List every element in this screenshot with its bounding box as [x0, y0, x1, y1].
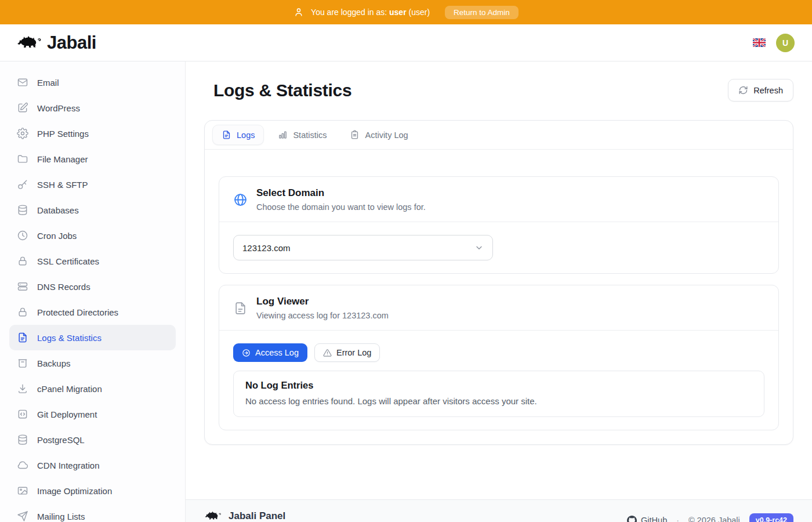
login-username: user: [389, 8, 407, 17]
download-icon: [17, 383, 28, 394]
sidebar-item-label: Databases: [37, 205, 79, 215]
sidebar-item-label: SSL Certificates: [37, 256, 99, 266]
archive-icon: [17, 357, 28, 369]
edit-icon: [17, 102, 28, 114]
login-message: You are logged in as: user (user): [311, 8, 430, 17]
select-domain-title: Select Domain: [256, 187, 426, 199]
tab-bar: Logs Statistics Activity Log: [205, 121, 793, 150]
tab-activity-log[interactable]: Activity Log: [340, 125, 417, 145]
log-viewer-card: Log Viewer Viewing access log for 123123…: [219, 285, 779, 430]
file-text-icon: [17, 332, 28, 343]
warning-triangle-icon: [323, 349, 332, 357]
sidebar-item-label: Image Optimization: [37, 486, 112, 496]
footer-separator: ·: [676, 516, 679, 522]
folder-icon: [17, 153, 28, 165]
arrow-right-circle-icon: [242, 349, 251, 357]
sidebar-item-logs-statistics[interactable]: Logs & Statistics: [9, 325, 176, 350]
server-icon: [17, 281, 28, 292]
log-viewer-title: Log Viewer: [256, 296, 389, 307]
empty-log-message: No access log entries found. Logs will a…: [245, 396, 752, 406]
sidebar-item-label: Backups: [37, 358, 71, 368]
sidebar-item-ssh-sftp[interactable]: SSH & SFTP: [9, 172, 176, 197]
key-icon: [17, 179, 28, 190]
refresh-icon: [738, 85, 748, 95]
brand-name: Jabali: [47, 32, 96, 53]
tab-logs[interactable]: Logs: [212, 125, 264, 145]
page-title: Logs & Statistics: [213, 81, 351, 100]
main-content: Logs & Statistics Refresh Logs: [186, 61, 812, 522]
file-text-icon: [222, 130, 231, 140]
sidebar-item-cpanel-migration[interactable]: cPanel Migration: [9, 376, 176, 401]
send-icon: [17, 510, 28, 522]
version-badge: v0.9-rc42: [749, 513, 793, 522]
database-icon: [17, 434, 28, 445]
sidebar-item-git-deployment[interactable]: Git Deployment: [9, 401, 176, 427]
sidebar-item-file-manager[interactable]: File Manager: [9, 146, 176, 172]
brand-logo[interactable]: Jabali: [16, 32, 96, 53]
sidebar-item-wordpress[interactable]: WordPress: [9, 95, 176, 121]
boar-logo-icon: [16, 33, 42, 53]
sidebar-item-label: PostgreSQL: [37, 435, 85, 445]
refresh-button[interactable]: Refresh: [728, 79, 793, 102]
sidebar-item-protected-directories[interactable]: Protected Directories: [9, 299, 176, 325]
uk-flag-icon[interactable]: [753, 38, 766, 47]
file-text-icon: [233, 301, 248, 316]
log-viewer-description: Viewing access log for 123123.com: [256, 311, 389, 320]
footer-copyright: © 2026 Jabali: [688, 516, 740, 522]
empty-log-notice: No Log Entries No access log entries fou…: [233, 371, 764, 417]
tab-statistics[interactable]: Statistics: [269, 125, 336, 145]
bar-chart-icon: [278, 130, 288, 140]
github-link[interactable]: GitHub: [627, 516, 667, 522]
error-log-button[interactable]: Error Log: [314, 343, 380, 362]
sidebar-item-image-optimization[interactable]: Image Optimization: [9, 478, 176, 503]
code-icon: [17, 408, 28, 420]
sidebar-item-cdn-integration[interactable]: CDN Integration: [9, 452, 176, 478]
app-header: Jabali U: [0, 24, 812, 61]
github-icon: [627, 516, 637, 522]
sidebar-nav: Email WordPress PHP Settings File Manage…: [0, 61, 186, 522]
chevron-down-icon: [474, 243, 484, 252]
boar-logo-icon: [204, 510, 222, 522]
sidebar-item-email[interactable]: Email: [9, 70, 176, 95]
domain-select[interactable]: 123123.com: [233, 235, 493, 260]
sidebar-item-label: Protected Directories: [37, 307, 118, 317]
sidebar-item-backups[interactable]: Backups: [9, 350, 176, 376]
user-avatar[interactable]: U: [776, 34, 795, 52]
sidebar-item-cron-jobs[interactable]: Cron Jobs: [9, 223, 176, 248]
select-domain-card: Select Domain Choose the domain you want…: [219, 176, 779, 274]
sidebar-item-label: File Manager: [37, 154, 88, 164]
sidebar-item-databases[interactable]: Databases: [9, 197, 176, 223]
select-domain-description: Choose the domain you want to view logs …: [256, 202, 426, 212]
access-log-button[interactable]: Access Log: [233, 343, 307, 362]
sidebar-item-label: Git Deployment: [37, 409, 97, 419]
sidebar-item-label: DNS Records: [37, 282, 90, 292]
return-to-admin-button[interactable]: Return to Admin: [445, 6, 519, 19]
sidebar-item-label: Mailing Lists: [37, 512, 85, 521]
domain-select-value: 123123.com: [242, 243, 291, 253]
database-icon: [17, 204, 28, 216]
user-icon: [293, 7, 304, 17]
sidebar-item-dns-records[interactable]: DNS Records: [9, 274, 176, 299]
sidebar-item-label: PHP Settings: [37, 129, 89, 139]
footer-brand: Jabali Panel: [229, 510, 285, 522]
sidebar-item-label: cPanel Migration: [37, 384, 102, 394]
mail-icon: [17, 77, 28, 88]
app-footer: Jabali Panel GitHub · © 2026 Jabali v0.9…: [186, 499, 812, 522]
sidebar-item-label: Logs & Statistics: [37, 333, 102, 343]
sidebar-item-postgresql[interactable]: PostgreSQL: [9, 427, 176, 452]
sidebar-item-label: CDN Integration: [37, 461, 100, 470]
sidebar-item-ssl-certificates[interactable]: SSL Certificates: [9, 248, 176, 274]
gear-icon: [17, 128, 28, 139]
sidebar-item-php-settings[interactable]: PHP Settings: [9, 121, 176, 146]
image-icon: [17, 485, 28, 496]
sidebar-item-label: Email: [37, 78, 59, 88]
lock-icon: [17, 255, 28, 267]
empty-log-title: No Log Entries: [245, 380, 752, 391]
sidebar-item-mailing-lists[interactable]: Mailing Lists: [9, 503, 176, 522]
cloud-icon: [17, 459, 28, 471]
login-role: (user): [409, 8, 430, 17]
impersonation-banner: You are logged in as: user (user) Return…: [0, 0, 812, 24]
clock-icon: [17, 230, 28, 241]
logs-panel-card: Logs Statistics Activity Log: [204, 120, 793, 445]
sidebar-item-label: SSH & SFTP: [37, 180, 88, 190]
